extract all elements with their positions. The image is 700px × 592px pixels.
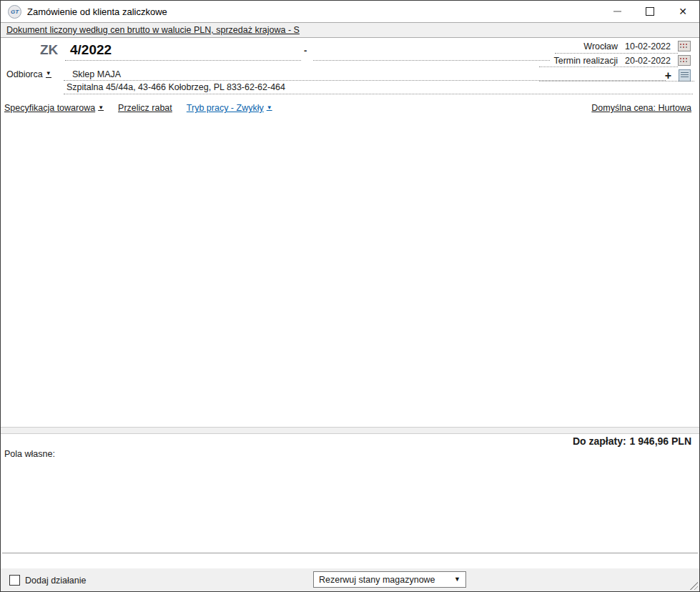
extension-field-underline[interactable] bbox=[313, 60, 550, 61]
notes-list-icon[interactable] bbox=[679, 69, 691, 82]
doc-number-field[interactable]: 4/2022 bbox=[70, 42, 112, 58]
deadline-date-field[interactable]: 20-02-2022 bbox=[625, 56, 671, 66]
document-settings-bar[interactable]: Dokument liczony według cen brutto w wal… bbox=[1, 22, 699, 38]
add-category-button[interactable]: + bbox=[665, 70, 671, 82]
order-window: GT Zamówienie od klienta zaliczkowe ✕ Do… bbox=[0, 0, 700, 592]
city-label: Wrocław bbox=[583, 41, 618, 51]
document-settings-link[interactable]: Dokument liczony według cen brutto w wal… bbox=[6, 25, 300, 35]
issue-date-field[interactable]: 10-02-2022 bbox=[625, 41, 671, 51]
custom-fields-label: Pola własne: bbox=[4, 449, 55, 459]
issue-date-underline bbox=[555, 53, 678, 54]
resize-grip[interactable] bbox=[689, 581, 698, 590]
recipient-address-field[interactable]: Szpitalna 45/44a, 43-466 Kołobrzeg, PL 8… bbox=[66, 82, 285, 92]
deadline-date-underline bbox=[539, 66, 678, 67]
recipient-address-underline bbox=[64, 94, 693, 94]
stock-reservation-value: Rezerwuj stany magazynowe bbox=[319, 575, 435, 585]
close-button[interactable]: ✕ bbox=[666, 1, 699, 22]
minimize-button[interactable] bbox=[601, 1, 634, 22]
tabstrip-divider bbox=[2, 553, 698, 553]
add-action-checkbox[interactable] bbox=[9, 575, 20, 586]
recalc-discount-link[interactable]: Przelicz rabat bbox=[118, 103, 172, 113]
total-due: Do zapłaty: 1 946,96 PLN bbox=[1, 433, 691, 449]
total-due-value: 1 946,96 PLN bbox=[630, 435, 691, 447]
chevron-down-icon: ▼ bbox=[98, 105, 104, 111]
recipient-name-field[interactable]: Sklep MAJA bbox=[72, 69, 121, 79]
recipient-name-underline bbox=[64, 80, 666, 81]
document-header: ZK 4/2022 - Wrocław 10-02-2022 Termin re… bbox=[1, 38, 699, 101]
title-bar: GT Zamówienie od klienta zaliczkowe ✕ bbox=[1, 1, 699, 22]
add-action-label: Dodaj działanie bbox=[25, 576, 86, 586]
doc-number-underline bbox=[65, 60, 301, 61]
number-separator: - bbox=[304, 45, 307, 56]
chevron-down-icon: ▼ bbox=[267, 105, 272, 111]
specification-menu-label: Specyfikacja towarowa bbox=[4, 103, 95, 113]
grid-toolbar: Specyfikacja towarowa ▼ Przelicz rabat T… bbox=[1, 101, 699, 117]
deadline-label: Termin realizacji bbox=[553, 56, 618, 66]
chevron-down-icon: ▼ bbox=[454, 576, 460, 583]
minimize-icon bbox=[613, 11, 621, 12]
close-icon: ✕ bbox=[679, 6, 687, 16]
maximize-button[interactable] bbox=[634, 1, 666, 22]
stock-reservation-dropdown[interactable]: Rezerwuj stany magazynowe ▼ bbox=[313, 571, 466, 588]
calendar-icon[interactable] bbox=[678, 41, 691, 51]
maximize-icon bbox=[646, 7, 654, 16]
work-mode-label: Tryb pracy - Zwykły bbox=[187, 103, 264, 113]
recipient-label: Odbiorca bbox=[6, 69, 43, 79]
window-title: Zamówienie od klienta zaliczkowe bbox=[27, 6, 167, 17]
default-price-link[interactable]: Domyślna cena: Hurtowa bbox=[591, 103, 691, 113]
doc-type-label: ZK bbox=[40, 42, 58, 58]
work-mode-menu[interactable]: Tryb pracy - Zwykły ▼ bbox=[187, 103, 272, 113]
category-field-underline bbox=[539, 81, 694, 82]
specification-menu[interactable]: Specyfikacja towarowa ▼ bbox=[4, 103, 104, 113]
recipient-dropdown-icon[interactable]: ▼ bbox=[46, 71, 51, 78]
calendar-icon[interactable] bbox=[678, 55, 691, 66]
footer-bar: Dodaj działanie Rezerwuj stany magazynow… bbox=[1, 568, 699, 591]
total-due-label: Do zapłaty: bbox=[573, 435, 626, 447]
app-icon: GT bbox=[8, 5, 21, 19]
window-controls: ✕ bbox=[601, 1, 699, 22]
